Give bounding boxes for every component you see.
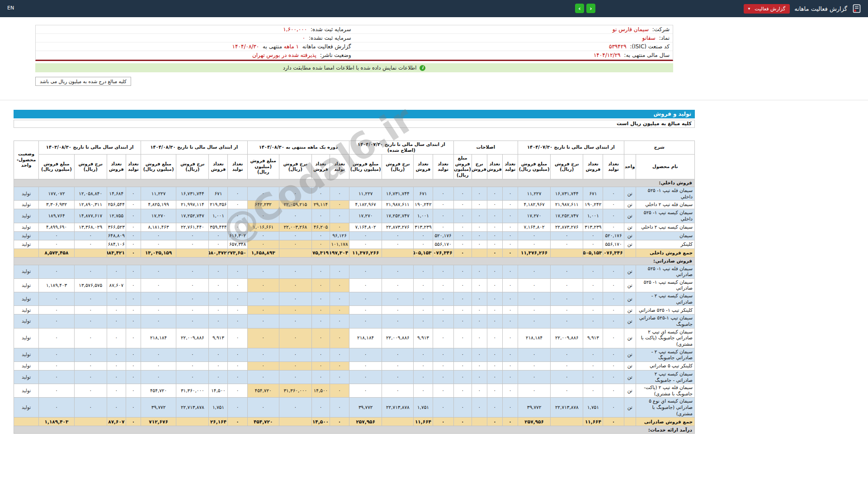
value-cell: ۰ (583, 231, 603, 240)
value-cell: ۰ (74, 328, 107, 348)
nav-next-button[interactable]: › (586, 4, 595, 13)
value-cell: ۰ (311, 292, 330, 306)
value-cell: ۰ (583, 348, 603, 361)
value-cell: ۲۲,۰۵۹,۲۱۵ (279, 201, 311, 209)
value-cell: ۰ (176, 314, 209, 328)
info-icon: i (420, 65, 425, 71)
value-cell: ۰ (453, 306, 472, 314)
value-cell: ۰ (603, 328, 624, 348)
value-cell: ۰ (487, 265, 502, 278)
value-cell: ۰ (311, 370, 330, 384)
value-cell: ۰ (247, 278, 279, 292)
value-cell: ۰ (330, 384, 349, 398)
value-cell: ۰ (502, 223, 518, 231)
value-cell: ۰ (74, 398, 107, 418)
value-cell: ۰ (74, 348, 107, 361)
value-cell: ۰ (453, 231, 472, 240)
value-cell: ۰ (382, 361, 414, 370)
value-cell: ۴,۱۸۲,۹۶۷ (518, 201, 550, 209)
value-cell: ۰ (551, 370, 583, 384)
unit-cell: تن (624, 361, 636, 370)
value-cell: ۰ (518, 240, 550, 249)
value-cell: ۰ (414, 231, 433, 240)
value-cell: ۰ (39, 361, 74, 370)
value-cell: ۰ (279, 398, 311, 418)
product-name-cell: سيمان کيسه تيپ ۲ صادراتي - جامبوبگ (636, 370, 694, 384)
field-value: ۰ (302, 35, 305, 41)
value-cell: ۰ (126, 418, 141, 426)
group-header: اصلاحات (453, 141, 518, 155)
value-cell: ۰ (472, 223, 487, 231)
value-cell: ۰ (433, 278, 453, 292)
section-label-cell: فروش صادراتي: (14, 257, 695, 265)
value-cell: ۰ (126, 240, 141, 249)
value-cell: ۰ (603, 223, 624, 231)
value-cell: ۶۴۲,۲۳۲ (247, 201, 279, 209)
value-cell: ۰ (349, 314, 382, 328)
field-label: کد صنعت (ISIC): (630, 43, 670, 50)
language-toggle-en[interactable]: EN (7, 5, 14, 11)
value-cell: ۰ (176, 265, 209, 278)
value-cell: ۰ (414, 306, 433, 314)
value-cell: ۳۹,۷۷۲ (518, 398, 550, 418)
value-cell: ۰ (583, 314, 603, 328)
value-cell: ۰ (502, 249, 518, 257)
status-header: وضعیت محصول-واحد (14, 141, 39, 179)
value-cell: ۴,۸۲۵,۱۹۹ (141, 201, 176, 209)
value-cell: ۰ (209, 306, 228, 314)
value-cell (279, 249, 311, 257)
value-cell: ۱,۹۸۳,۴۲۱ (107, 249, 126, 257)
value-cell: ۱۱,۳۷۶,۲۶۶ (349, 249, 382, 257)
value-cell: ۰ (433, 384, 453, 398)
value-cell: ۰ (247, 328, 279, 348)
report-type-dropdown[interactable]: گزارش فعالیت ▾ (744, 4, 790, 14)
value-cell: ۰ (414, 370, 433, 384)
value-cell: ۰ (487, 314, 502, 328)
info-row: کد صنعت (ISIC): ۵۳۹۴۲۹ گزارش فعالیت ماها… (36, 42, 673, 51)
status-cell: تولید (14, 240, 39, 249)
value-cell: ۰ (228, 278, 247, 292)
value-cell: ۰ (209, 370, 228, 384)
value-cell: ۷۵,۳۱۹ (311, 249, 330, 257)
value-cell: ۰ (453, 418, 472, 426)
value-cell: ۰ (330, 361, 349, 370)
value-cell: ۰ (583, 306, 603, 314)
value-cell: ۰ (603, 265, 624, 278)
value-cell: ۰ (247, 314, 279, 328)
value-cell: ۰ (141, 240, 176, 249)
value-cell: ۰ (551, 314, 583, 328)
unregistered-capital-field: سرمایه ثبت نشده: ۰ (36, 34, 354, 42)
value-cell: ۹,۹۱۳ (583, 328, 603, 348)
value-cell: ۵۵۶,۱۷۰ (603, 240, 624, 249)
value-cell: ۰ (311, 209, 330, 223)
value-cell: ۰ (433, 187, 453, 201)
value-cell: ۵۲۰,۱۷۶ (603, 231, 624, 240)
value-cell: ۰ (279, 306, 311, 314)
value-cell: ۰ (433, 292, 453, 306)
value-cell: ۱۷,۲۵۲,۷۴۷ (176, 209, 209, 223)
value-cell: ۰ (39, 370, 74, 384)
report-document-icon[interactable] (852, 4, 862, 14)
value-cell: ۱,۰۱۶,۶۶۱ (247, 223, 279, 231)
signature-match-notice: i اطلاعات نمایش داده شده با اطلاعات امضا… (35, 63, 673, 72)
product-name-cell: سيمان فله تيپ ۱- ۵۲۵ صادراتي (636, 265, 694, 278)
value-cell: ۰ (502, 209, 518, 223)
value-cell: ۰ (209, 265, 228, 278)
value-cell: ۰ (228, 223, 247, 231)
value-cell: ۲۱۹,۳۵۶ (209, 201, 228, 209)
value-cell: ۷,۱۶۴,۸۰۲ (349, 223, 382, 231)
value-cell: ۴,۱۸۲,۹۶۷ (349, 201, 382, 209)
value-cell: ۱,۷۵۱ (414, 398, 433, 418)
value-cell: ۰ (414, 265, 433, 278)
value-cell (382, 418, 414, 426)
nav-prev-button[interactable]: ‹ (575, 4, 584, 13)
value-cell: ۸۷,۶۰۷ (107, 418, 126, 426)
value-cell: ۰ (141, 370, 176, 384)
product-name-cell: جمع فروش داخلی (636, 249, 694, 257)
value-cell: ۰ (126, 201, 141, 209)
unit-cell: تن (624, 240, 636, 249)
company-info-zone: شرکت: سیمان فارس نو سرمایه ثبت شده: ۱,۶۰… (35, 25, 673, 86)
value-cell: ۰ (247, 265, 279, 278)
product-row: سيمان کيسه اي نوع ۵ صادراتي (جامبوبگ با … (14, 398, 695, 418)
value-cell: ۰ (330, 292, 349, 306)
